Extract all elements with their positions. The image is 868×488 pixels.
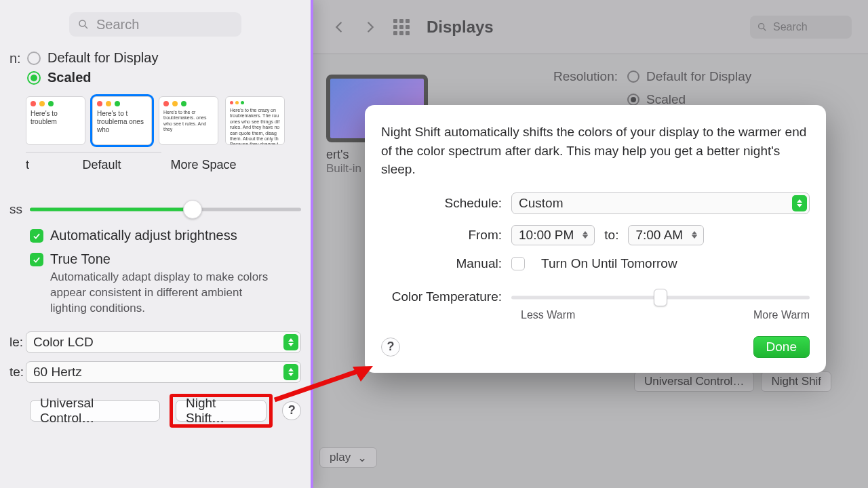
schedule-dropdown[interactable]: Custom — [511, 192, 810, 214]
done-button[interactable]: Done — [753, 336, 810, 358]
less-warm-label: Less Warm — [521, 309, 575, 321]
refresh-rate-dropdown[interactable]: 60 Hertz — [26, 361, 301, 383]
res-thumb-2[interactable]: Here's to t troublema ones who — [92, 96, 152, 145]
help-button[interactable]: ? — [282, 401, 301, 420]
schedule-value: Custom — [519, 196, 563, 211]
updown-icon — [283, 364, 298, 380]
updown-icon — [283, 334, 298, 350]
res-thumb-1[interactable]: Here's to troublem — [26, 96, 85, 145]
cap-more: More Space — [170, 158, 237, 172]
refresh-value: 60 Hertz — [33, 365, 82, 380]
opt-scaled: Scaled — [47, 70, 91, 85]
true-tone-desc: Automatically adapt display to make colo… — [50, 270, 274, 317]
to-time-stepper[interactable]: 7:00 AM — [628, 225, 704, 245]
color-temp-slider[interactable] — [511, 287, 810, 308]
auto-brightness-label: Automatically adjust brightness — [50, 228, 237, 243]
to-value: 7:00 AM — [635, 228, 683, 243]
color-profile-value: Color LCD — [33, 335, 94, 350]
res-thumb-4[interactable]: Here's to the crazy on troublemakers. Th… — [225, 96, 285, 145]
svg-point-2 — [79, 20, 85, 26]
res-thumb-3[interactable]: Here's to the cr troublemakers. ones who… — [159, 96, 218, 145]
cap-default: Default — [34, 158, 170, 172]
radio-scaled[interactable] — [27, 71, 41, 85]
highlight-box: Night Shift… — [170, 394, 273, 428]
slider-handle-icon — [654, 289, 667, 306]
svg-line-3 — [85, 26, 87, 28]
to-label: to: — [604, 228, 618, 243]
check-icon — [32, 231, 41, 241]
schedule-label: Schedule: — [381, 196, 511, 211]
refresh-label-cut: te: — [9, 365, 26, 380]
manual-label: Manual: — [381, 256, 511, 271]
from-time-stepper[interactable]: 10:00 PM — [511, 225, 595, 245]
opt-default: Default for Display — [47, 50, 158, 66]
search-icon — [77, 18, 90, 30]
popover-help-button[interactable]: ? — [381, 338, 400, 357]
more-warm-label: More Warm — [753, 309, 810, 321]
fg-search[interactable]: Search — [69, 12, 241, 37]
manual-text: Turn On Until Tomorrow — [541, 256, 677, 271]
slider-handle-icon — [183, 200, 202, 219]
night-shift-popover: Night Shift automatically shifts the col… — [365, 105, 826, 373]
updown-icon — [792, 195, 807, 211]
auto-brightness-checkbox[interactable] — [30, 229, 43, 243]
stepper-arrows-icon — [579, 228, 591, 243]
radio-default[interactable] — [27, 52, 41, 65]
resolution-thumbs: Here's to troublem Here's to t troublema… — [26, 96, 301, 145]
color-profile-dropdown[interactable]: Color LCD — [26, 331, 301, 353]
true-tone-checkbox[interactable] — [30, 253, 43, 266]
thumb2-text: Here's to t troublema ones who — [97, 110, 147, 134]
thumb3-text: Here's to the cr troublemakers. ones who… — [163, 110, 214, 133]
color-temp-label: Color Temperature: — [381, 289, 511, 304]
fg-panel: Search n: Default for Display Scaled Her… — [0, 0, 313, 488]
night-shift-button[interactable]: Night Shift… — [176, 400, 267, 422]
thumb1-text: Here's to troublem — [31, 110, 81, 126]
brightness-label-cut: ss: — [9, 202, 23, 217]
resolution-label-cut: n: — [9, 50, 23, 66]
cap-larger: t — [26, 158, 34, 172]
universal-control-button[interactable]: Universal Control… — [30, 400, 160, 422]
stepper-arrows-icon — [688, 228, 701, 243]
night-shift-desc: Night Shift automatically shifts the col… — [381, 123, 810, 179]
thumb4-text: Here's to the crazy on troublemakers. Th… — [230, 108, 280, 145]
check-icon — [32, 255, 41, 264]
color-profile-label-cut: le: — [9, 335, 26, 350]
from-value: 10:00 PM — [519, 228, 574, 243]
true-tone-label: True Tone — [50, 251, 111, 267]
from-label: From: — [381, 228, 511, 243]
search-placeholder: Search — [96, 17, 139, 33]
manual-checkbox[interactable] — [511, 257, 525, 270]
thumbs-sep — [26, 152, 161, 152]
brightness-slider[interactable] — [30, 199, 301, 220]
